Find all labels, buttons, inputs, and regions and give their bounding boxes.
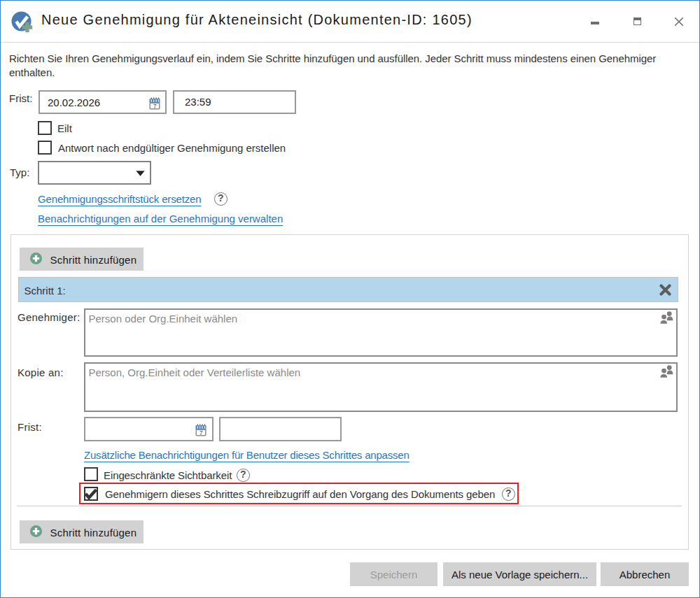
svg-text:7: 7	[200, 429, 203, 436]
svg-text:7: 7	[153, 103, 157, 110]
